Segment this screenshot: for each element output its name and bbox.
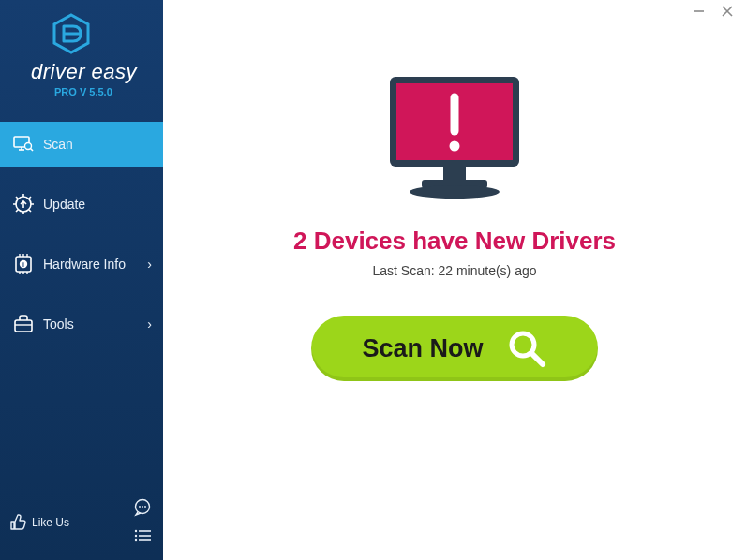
nav-label: Update [43,197,85,212]
svg-point-35 [410,185,500,199]
svg-line-39 [531,353,543,364]
chat-icon[interactable] [133,498,152,521]
svg-rect-33 [443,167,466,180]
sidebar-item-update[interactable]: Update [0,182,163,227]
alert-monitor-icon [384,73,525,204]
sidebar-item-tools[interactable]: Tools › [0,302,163,346]
menu-list-icon[interactable] [133,528,152,547]
like-us-button[interactable]: Like Us [9,514,69,531]
sidebar-item-hardware[interactable]: i Hardware Info › [0,242,163,287]
thumbs-up-icon [9,514,26,531]
magnifier-icon [506,328,547,369]
like-label: Like Us [32,516,69,529]
headline: 2 Devices have New Drivers [293,227,616,256]
gear-arrow-icon [13,194,34,214]
monitor-search-icon [13,134,34,155]
svg-point-19 [139,506,141,508]
svg-point-20 [142,506,143,508]
minimize-button[interactable] [686,0,712,22]
chip-info-icon: i [13,254,34,274]
svg-point-37 [450,141,460,152]
nav-label: Tools [43,317,74,332]
app-window: driver easy PRO V 5.5.0 Scan [0,0,746,560]
chevron-right-icon: › [147,257,152,272]
bottom-icons [133,498,152,547]
window-controls [686,0,740,22]
main-panel: 2 Devices have New Drivers Last Scan: 22… [163,0,746,560]
svg-point-21 [144,506,146,508]
scan-now-button[interactable]: Scan Now [311,316,598,381]
nav-label: Hardware Info [43,257,126,272]
last-scan-text: Last Scan: 22 minute(s) ago [372,263,536,278]
svg-text:i: i [22,261,24,268]
logo-area: driver easy PRO V 5.5.0 [0,0,163,107]
svg-point-24 [135,535,137,537]
app-logo-icon [51,13,92,58]
nav: Scan Update [0,122,163,489]
svg-point-4 [25,143,32,150]
sidebar-item-scan[interactable]: Scan [0,122,163,167]
svg-point-22 [135,530,137,532]
app-version: PRO V 5.5.0 [54,86,112,97]
app-name: driver easy [31,60,137,84]
sidebar-bottom: Like Us [0,489,163,560]
scan-button-label: Scan Now [362,334,483,363]
close-button[interactable] [714,0,740,22]
svg-rect-16 [15,320,32,332]
toolbox-icon [13,314,34,334]
svg-point-26 [135,539,137,541]
sidebar: driver easy PRO V 5.5.0 Scan [0,0,163,560]
svg-line-5 [31,149,34,152]
chevron-right-icon: › [147,317,152,332]
nav-label: Scan [43,137,73,152]
